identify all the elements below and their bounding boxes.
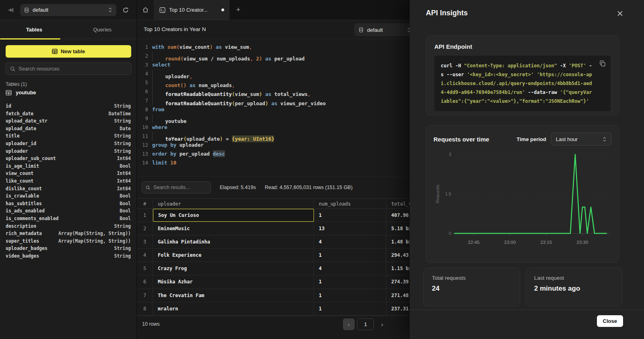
schema-column-row[interactable]: titleString bbox=[0, 132, 136, 140]
table-icon bbox=[6, 90, 12, 96]
schema-column-row[interactable]: dislike_countInt64 bbox=[0, 185, 136, 193]
table-cell[interactable]: Galinha Pintadinha bbox=[153, 235, 314, 248]
column-type: Array(Map(String, String)) bbox=[58, 230, 131, 237]
column-type: String bbox=[114, 148, 131, 155]
schema-column-row[interactable]: uploaderString bbox=[0, 148, 136, 155]
line-number: 6 bbox=[137, 87, 148, 96]
column-type: String bbox=[114, 102, 131, 110]
schema-column-row[interactable]: uploader_idString bbox=[0, 140, 136, 148]
page-number-button[interactable]: 1 bbox=[357, 318, 374, 330]
time-period-select[interactable]: Last hour bbox=[551, 133, 611, 146]
home-tab-button[interactable] bbox=[137, 0, 155, 20]
line-number: 10 bbox=[137, 123, 148, 132]
collapse-sidebar-icon[interactable] bbox=[6, 5, 16, 15]
schema-column-row[interactable]: upload_date_strString bbox=[0, 117, 136, 125]
next-page-button[interactable]: › bbox=[376, 318, 388, 330]
table-cell[interactable]: The Crevatin Fam bbox=[153, 289, 314, 302]
column-name: uploader_sub_count bbox=[6, 155, 56, 162]
refresh-icon[interactable] bbox=[120, 5, 131, 15]
api-endpoint-title: API Endpoint bbox=[434, 43, 611, 50]
schema-column-row[interactable]: is_ads_enabledBool bbox=[0, 207, 136, 215]
new-tab-button[interactable]: + bbox=[229, 0, 247, 20]
table-cell[interactable]: 4 bbox=[314, 235, 386, 248]
col-header-num-uploads[interactable]: num_uploads bbox=[314, 199, 386, 208]
schema-column-row[interactable]: upload_dateDate bbox=[0, 125, 136, 133]
copy-icon[interactable] bbox=[599, 60, 606, 67]
database-selector[interactable]: default bbox=[20, 4, 116, 16]
last-request-card: Last request 2 minutes ago bbox=[526, 268, 622, 306]
prev-page-button[interactable]: ‹ bbox=[343, 318, 355, 330]
row-index[interactable]: 2 bbox=[137, 222, 153, 235]
editor-database-selector[interactable]: default bbox=[354, 23, 415, 36]
tab-tables[interactable]: Tables bbox=[0, 20, 68, 39]
row-index[interactable]: 3 bbox=[137, 235, 153, 248]
row-index[interactable]: 6 bbox=[137, 275, 153, 288]
column-name: video_badges bbox=[6, 252, 39, 260]
api-endpoint-card: API Endpoint curl -H "Content-Type: appl… bbox=[426, 35, 619, 115]
table-cell[interactable]: 1 bbox=[314, 289, 386, 302]
table-cell[interactable]: 1 bbox=[314, 209, 386, 222]
table-icon bbox=[52, 49, 58, 54]
table-item-youtube[interactable]: youtube bbox=[6, 89, 36, 96]
column-name: is_crawlable bbox=[6, 192, 39, 200]
col-header-index[interactable]: # bbox=[137, 199, 153, 208]
column-type: Int64 bbox=[117, 177, 131, 185]
schema-column-row[interactable]: uploader_badgesString bbox=[0, 245, 136, 252]
table-cell[interactable]: 1 bbox=[314, 249, 386, 262]
table-cell[interactable]: Folk Experience bbox=[153, 249, 314, 262]
tab-queries[interactable]: Queries bbox=[68, 20, 137, 39]
schema-column-row[interactable]: rich_metadataArray(Map(String, String)) bbox=[0, 230, 136, 237]
table-cell[interactable]: Crazy Frog bbox=[153, 262, 314, 275]
schema-column-row[interactable]: idString bbox=[0, 102, 136, 110]
svg-text:22:45: 22:45 bbox=[468, 240, 480, 245]
svg-text:1.5: 1.5 bbox=[445, 191, 451, 196]
schema-column-row[interactable]: has_subtitlesBool bbox=[0, 200, 136, 208]
column-name: uploader_id bbox=[6, 140, 36, 148]
table-cell[interactable]: Músika Azhar bbox=[153, 275, 314, 288]
schema-column-row[interactable]: uploader_sub_countInt64 bbox=[0, 155, 136, 162]
column-type: Bool bbox=[120, 215, 131, 223]
query-tab[interactable]: Top 10 Creator... bbox=[155, 0, 229, 20]
schema-column-row[interactable]: like_countInt64 bbox=[0, 177, 136, 185]
table-cell[interactable]: Soy Un Curioso bbox=[153, 209, 314, 222]
column-type: Bool bbox=[120, 162, 131, 170]
close-icon[interactable] bbox=[617, 10, 623, 17]
schema-column-row[interactable]: is_age_limitBool bbox=[0, 162, 136, 170]
column-name: upload_date_str bbox=[6, 117, 47, 125]
row-index[interactable]: 5 bbox=[137, 262, 153, 275]
schema-column-row[interactable]: is_comments_enabledBool bbox=[0, 215, 136, 223]
search-resources-input[interactable] bbox=[19, 66, 127, 72]
line-number: 12 bbox=[137, 141, 148, 150]
table-cell[interactable]: 1 bbox=[314, 302, 386, 315]
table-cell[interactable]: EminemMusic bbox=[153, 222, 314, 235]
close-button[interactable]: Close bbox=[597, 315, 623, 327]
schema-column-row[interactable]: super_titlesArray(Map(String, String)) bbox=[0, 237, 136, 245]
sidebar-topbar: default bbox=[0, 0, 136, 20]
column-type: Int64 bbox=[117, 185, 131, 193]
line-number: 1 bbox=[137, 43, 148, 52]
column-type: Int64 bbox=[117, 170, 131, 177]
time-period-label: Time period bbox=[517, 136, 546, 142]
tables-section-label: Tables (1) bbox=[6, 81, 27, 87]
col-header-uploader[interactable]: uploader bbox=[153, 199, 314, 208]
panel-title: API Insights bbox=[426, 9, 468, 17]
chart-ylabel: Requests bbox=[435, 184, 440, 203]
search-results-input[interactable] bbox=[153, 185, 207, 190]
table-cell[interactable]: 13 bbox=[314, 222, 386, 235]
new-table-button[interactable]: New table bbox=[6, 45, 131, 58]
row-index[interactable]: 1 bbox=[137, 209, 153, 222]
schema-column-row[interactable]: is_crawlableBool bbox=[0, 192, 136, 200]
row-index[interactable]: 4 bbox=[137, 249, 153, 262]
table-cell[interactable]: 1 bbox=[314, 275, 386, 288]
table-cell[interactable]: 4 bbox=[314, 262, 386, 275]
schema-column-row[interactable]: video_badgesString bbox=[0, 252, 136, 260]
column-name: uploader_badges bbox=[6, 245, 47, 252]
row-index[interactable]: 7 bbox=[137, 289, 153, 302]
column-name: upload_date bbox=[6, 125, 36, 133]
panel-footer: Close bbox=[410, 310, 644, 339]
schema-column-row[interactable]: view_countInt64 bbox=[0, 170, 136, 177]
table-cell[interactable]: mralorn bbox=[153, 302, 314, 315]
row-index[interactable]: 8 bbox=[137, 302, 153, 315]
schema-column-row[interactable]: fetch_dateDateTime bbox=[0, 110, 136, 118]
schema-column-row[interactable]: descriptionString bbox=[0, 223, 136, 230]
